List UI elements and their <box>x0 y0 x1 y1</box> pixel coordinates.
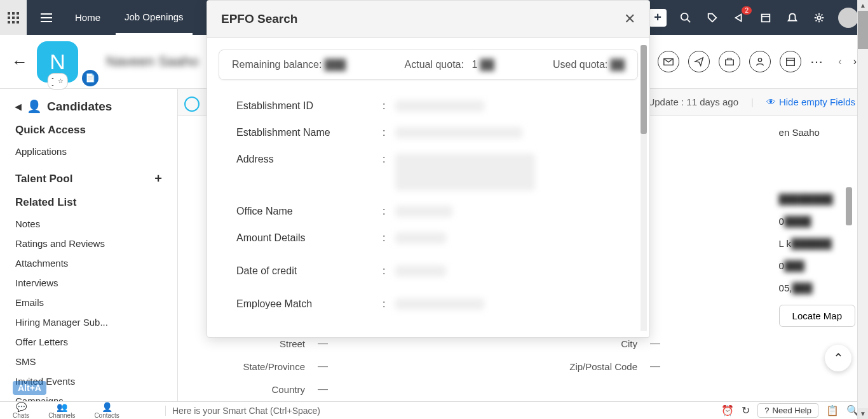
user-avatar[interactable] <box>838 8 858 28</box>
avatar-letter: N <box>50 50 65 74</box>
status-circle-icon[interactable] <box>184 96 200 112</box>
locate-map-button[interactable]: Locate Map <box>779 305 855 327</box>
zip-value[interactable]: — <box>650 361 660 372</box>
sidebar-hiring-manager[interactable]: Hiring Manager Sub... <box>15 312 162 332</box>
svg-rect-20 <box>787 58 795 66</box>
search-icon[interactable] <box>678 10 693 25</box>
svg-rect-4 <box>12 17 15 19</box>
modal-scroll-thumb[interactable] <box>641 45 647 134</box>
row-address-label: Address <box>236 154 383 165</box>
clipboard-icon[interactable]: 📋 <box>826 404 839 416</box>
announcement-badge: 2 <box>742 6 752 15</box>
row-office-name-value <box>395 206 452 217</box>
svg-rect-3 <box>8 17 10 19</box>
settings-gear-icon[interactable] <box>811 10 827 25</box>
prev-record-icon[interactable]: ‹ <box>838 56 841 67</box>
window-scroll-thumb[interactable] <box>858 11 868 49</box>
bottom-bar: 💬Chats 👥Channels 👤Contacts Here is your … <box>0 401 868 419</box>
sidebar-title: ◂👤Candidates <box>15 99 162 114</box>
hide-empty-fields-link[interactable]: 👁Hide empty Fields <box>766 96 855 107</box>
sidebar-notes[interactable]: Notes <box>15 214 162 234</box>
calendar-icon[interactable] <box>758 10 773 25</box>
next-record-icon[interactable]: › <box>853 56 857 67</box>
scroll-up-arrow[interactable]: ▲ <box>858 0 868 11</box>
state-label: State/Province <box>203 361 318 372</box>
sidebar: ◂👤Candidates Quick Access Applications T… <box>0 89 178 401</box>
row-employee-match-label: Employee Match <box>236 298 383 310</box>
hamburger-menu-icon[interactable] <box>33 12 60 23</box>
calendar-action-icon[interactable] <box>780 51 801 72</box>
actual-quota-label: Actual quota: <box>405 59 464 70</box>
add-button[interactable]: + <box>649 9 667 27</box>
svg-rect-8 <box>17 21 19 23</box>
row-office-name-label: Office Name <box>236 206 383 217</box>
back-arrow-icon[interactable]: ← <box>11 52 28 72</box>
svg-rect-18 <box>726 60 734 65</box>
actual-quota-value-partial: 1 <box>471 59 477 70</box>
sidebar-offer-letters[interactable]: Offer Letters <box>15 332 162 352</box>
bell-icon[interactable] <box>785 10 800 25</box>
help-icon: ? <box>764 406 769 415</box>
state-value[interactable]: — <box>318 361 328 372</box>
remaining-balance-label: Remaining balance: <box>232 59 322 70</box>
related-list-heading: Related List <box>15 196 162 209</box>
more-actions-icon[interactable]: ⋯ <box>810 54 823 69</box>
history-icon[interactable]: ↻ <box>742 404 750 416</box>
contacts-icon: 👤 <box>94 402 119 412</box>
tag-icon[interactable] <box>705 10 720 25</box>
bottom-tab-chats[interactable]: 💬Chats <box>13 402 29 419</box>
add-talent-pool-icon[interactable]: + <box>154 171 162 186</box>
content-scroll-thumb[interactable] <box>846 187 852 225</box>
scroll-down-arrow[interactable]: ▼ <box>858 408 868 419</box>
svg-rect-14 <box>762 14 770 22</box>
row-establishment-id-value <box>395 100 484 112</box>
sidebar-sms[interactable]: SMS <box>15 352 162 371</box>
avatar-rating-badge: --☆ <box>47 73 68 90</box>
city-label: City <box>536 338 650 349</box>
quick-access-heading: Quick Access <box>15 124 162 136</box>
sidebar-emails[interactable]: Emails <box>15 293 162 312</box>
hide-icon: 👁 <box>766 96 776 107</box>
nav-home[interactable]: Home <box>66 12 109 23</box>
person-icon: 👤 <box>27 99 42 114</box>
modal-scrollbar[interactable] <box>641 45 647 331</box>
window-scrollbar[interactable]: ▲ ▼ <box>857 0 868 419</box>
modal-close-icon[interactable]: ✕ <box>624 11 635 27</box>
announcements-icon[interactable]: 2 <box>731 10 747 25</box>
svg-rect-0 <box>8 12 10 15</box>
bottom-tab-channels[interactable]: 👥Channels <box>48 402 75 419</box>
briefcase-action-icon[interactable] <box>719 51 740 72</box>
sidebar-ratings[interactable]: Ratings and Reviews <box>15 234 162 253</box>
send-action-icon[interactable] <box>688 51 710 72</box>
bottom-tab-contacts[interactable]: 👤Contacts <box>94 402 119 419</box>
street-value[interactable]: — <box>318 338 328 349</box>
talent-pool-heading: Talent Pool+ <box>15 171 162 186</box>
clock-icon[interactable]: ⏰ <box>721 404 734 416</box>
row-amount-details-value <box>395 232 446 244</box>
svg-line-13 <box>688 19 691 22</box>
row-address-value <box>395 154 535 190</box>
collapse-icon[interactable]: ◂ <box>15 99 22 114</box>
candidate-avatar[interactable]: N --☆ 📄 <box>37 41 78 83</box>
svg-rect-7 <box>12 21 15 23</box>
row-date-of-credit-label: Date of credit <box>236 265 383 277</box>
svg-point-16 <box>817 16 820 19</box>
sidebar-applications[interactable]: Applications <box>15 142 162 161</box>
smart-chat-input[interactable]: Here is your Smart Chat (Ctrl+Space) <box>165 406 712 416</box>
nav-job-openings[interactable]: Job Openings <box>116 0 193 35</box>
row-employee-match-value <box>395 298 484 310</box>
street-label: Street <box>203 338 318 349</box>
used-quota-value: ██ <box>610 59 625 70</box>
content-scrollbar[interactable] <box>846 130 852 397</box>
apps-launcher-icon[interactable] <box>0 0 27 35</box>
candidate-name: Naveen Saaho <box>106 53 199 70</box>
document-badge-icon[interactable]: 📄 <box>82 70 98 86</box>
mail-action-icon[interactable] <box>658 51 679 72</box>
user-action-icon[interactable] <box>749 51 771 72</box>
sidebar-interviews[interactable]: Interviews <box>15 273 162 293</box>
city-value[interactable]: — <box>650 338 660 349</box>
country-value[interactable]: — <box>318 383 328 395</box>
need-help-button[interactable]: ?Need Help <box>757 403 818 418</box>
row-date-of-credit-value <box>395 265 446 277</box>
sidebar-attachments[interactable]: Attachments <box>15 253 162 273</box>
